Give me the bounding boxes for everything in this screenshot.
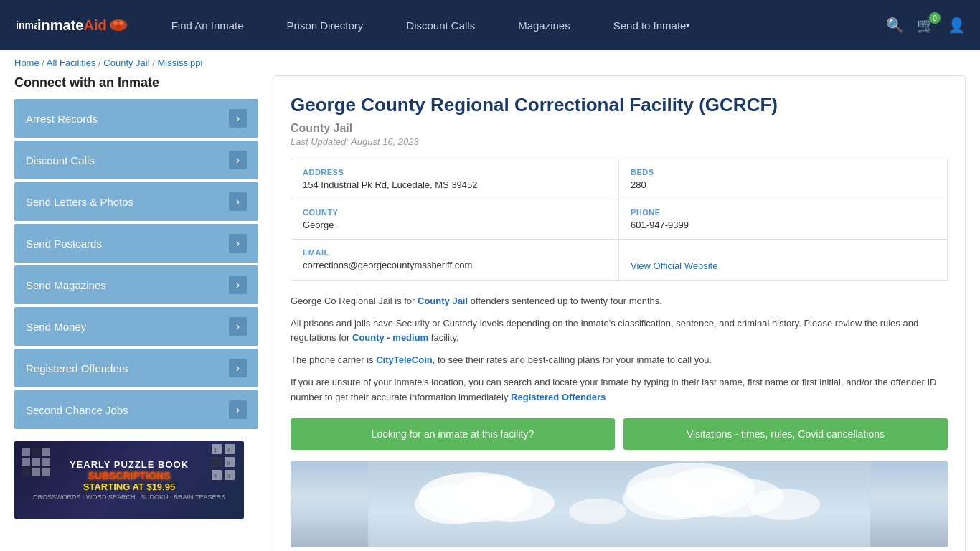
email-label: EMAIL (303, 248, 607, 257)
facility-buttons: Looking for an inmate at this facility? … (291, 418, 948, 450)
sidebar-arrow: › (229, 400, 247, 419)
facility-updated: Last Updated: August 16, 2023 (291, 136, 948, 147)
sidebar: Connect with an Inmate Arrest Records › … (14, 75, 258, 551)
facility-photo (291, 461, 948, 547)
nav-prison-directory[interactable]: Prison Directory (265, 0, 385, 50)
county-label: COUNTY (303, 208, 607, 217)
main-nav: Find An Inmate Prison Directory Discount… (150, 0, 879, 50)
facility-photo-svg (291, 461, 948, 547)
cart-icon-wrap[interactable]: 🛒 0 (917, 17, 935, 34)
breadcrumb-mississippi[interactable]: Mississippi (157, 57, 202, 68)
user-icon[interactable]: 👤 (948, 17, 966, 34)
sidebar-arrow: › (229, 234, 247, 253)
registered-offenders-link[interactable]: Registered Offenders (511, 392, 606, 402)
visitations-button[interactable]: Visitations - times, rules, Covid cancel… (623, 418, 948, 450)
address-value: 154 Industrial Pk Rd, Lucedale, MS 39452 (303, 179, 607, 190)
phone-value: 601-947-9399 (631, 220, 936, 230)
ad-title: YEARLY PUZZLE BOOK (33, 459, 225, 470)
svg-point-2 (113, 21, 118, 25)
header-icons: 🔍 🛒 0 👤 (886, 17, 966, 34)
sidebar-arrow: › (229, 109, 247, 128)
sidebar-item-send-postcards[interactable]: Send Postcards › (14, 224, 258, 263)
svg-point-35 (569, 499, 626, 524)
sidebar-title: Connect with an Inmate (14, 75, 258, 90)
county-value: George (303, 220, 607, 230)
sidebar-label: Send Letters & Photos (26, 196, 133, 208)
facility-title: George County Regional Correctional Faci… (291, 93, 948, 118)
address-label: ADDRESS (303, 168, 607, 176)
nav-magazines[interactable]: Magazines (496, 0, 592, 50)
svg-text:1: 1 (214, 447, 217, 453)
svg-text:4: 4 (227, 447, 230, 453)
phone-label: PHONE (631, 208, 936, 217)
svg-point-3 (119, 21, 123, 25)
svg-point-29 (454, 476, 526, 512)
sidebar-label: Arrest Records (26, 113, 98, 125)
beds-cell: BEDS 280 (619, 159, 947, 199)
svg-point-33 (666, 468, 745, 504)
logo-icon (108, 17, 128, 33)
description-3: The phone carrier is CityTeleCoin, to se… (291, 353, 948, 368)
breadcrumb-county-jail[interactable]: County Jail (103, 57, 149, 68)
sidebar-label: Send Money (26, 321, 86, 333)
sidebar-label: Send Magazines (26, 279, 106, 291)
view-official-website-link[interactable]: View Official Website (631, 260, 717, 271)
description-4: If you are unsure of your inmate's locat… (291, 375, 948, 405)
facility-content: George County Regional Correctional Faci… (273, 75, 966, 551)
county-jail-link[interactable]: County Jail (418, 296, 468, 306)
sidebar-item-second-chance-jobs[interactable]: Second Chance Jobs › (14, 390, 258, 429)
description-1: George Co Regional Jail is for County Ja… (291, 294, 948, 309)
website-spacer (631, 248, 936, 257)
beds-label: BEDS (631, 168, 936, 176)
sidebar-advertisement[interactable]: 1 4 9 5 3 YEARLY PUZZLE BOOK SUBSCRIPTIO… (14, 441, 244, 519)
sidebar-item-registered-offenders[interactable]: Registered Offenders › (14, 349, 258, 387)
ad-subtitle: SUBSCRIPTIONS (33, 470, 225, 481)
sidebar-item-send-magazines[interactable]: Send Magazines › (14, 265, 258, 304)
looking-for-inmate-button[interactable]: Looking for an inmate at this facility? (291, 418, 615, 450)
sidebar-label: Registered Offenders (26, 362, 128, 375)
sidebar-arrow: › (229, 276, 247, 294)
svg-rect-5 (22, 448, 30, 456)
svg-rect-7 (42, 448, 50, 456)
sidebar-item-discount-calls[interactable]: Discount Calls › (14, 141, 258, 179)
address-cell: ADDRESS 154 Industrial Pk Rd, Lucedale, … (291, 159, 619, 199)
breadcrumb-all-facilities[interactable]: All Facilities (47, 57, 96, 68)
ad-description: CROSSWORDS · WORD SEARCH · SUDOKU · BRAI… (33, 494, 225, 501)
site-header: inmate inmateAid Find An Inmate Prison D… (0, 0, 980, 50)
cart-badge: 0 (929, 12, 941, 24)
website-cell: View Official Website (619, 240, 947, 281)
nav-discount-calls[interactable]: Discount Calls (385, 0, 496, 50)
county-cell: COUNTY George (291, 199, 619, 240)
sidebar-item-send-money[interactable]: Send Money › (14, 307, 258, 346)
facility-info-grid: ADDRESS 154 Industrial Pk Rd, Lucedale, … (291, 159, 948, 281)
sidebar-label: Second Chance Jobs (26, 404, 128, 416)
sidebar-arrow: › (229, 359, 247, 377)
sidebar-item-arrest-records[interactable]: Arrest Records › (14, 99, 258, 138)
sidebar-label: Send Postcards (26, 237, 102, 250)
county-medium-link[interactable]: County - medium (352, 332, 428, 343)
svg-text:inmate: inmate (16, 19, 37, 31)
sidebar-arrow: › (229, 317, 247, 336)
phone-cell: PHONE 601-947-9399 (619, 199, 947, 240)
breadcrumb: Home / All Facilities / County Jail / Mi… (0, 50, 980, 75)
nav-find-inmate[interactable]: Find An Inmate (150, 0, 265, 50)
sidebar-arrow: › (229, 151, 247, 169)
email-value: corrections@georgecountymssheriff.com (303, 260, 607, 270)
search-icon[interactable]: 🔍 (886, 17, 904, 34)
logo[interactable]: inmate inmateAid (14, 17, 128, 34)
svg-point-4 (116, 25, 121, 31)
breadcrumb-home[interactable]: Home (14, 57, 39, 68)
email-cell: EMAIL corrections@georgecountymssheriff.… (291, 240, 619, 281)
svg-point-34 (748, 489, 820, 520)
ad-price: STARTING AT $19.95 (33, 481, 225, 492)
svg-rect-6 (32, 448, 40, 456)
description-2: All prisons and jails have Security or C… (291, 316, 948, 347)
beds-value: 280 (631, 179, 936, 190)
facility-type: County Jail (291, 122, 948, 135)
citytelecoin-link[interactable]: CityTeleCoin (376, 354, 433, 365)
sidebar-item-send-letters[interactable]: Send Letters & Photos › (14, 182, 258, 221)
main-layout: Connect with an Inmate Arrest Records › … (0, 75, 980, 551)
sidebar-label: Discount Calls (26, 154, 95, 166)
nav-send-to-inmate[interactable]: Send to Inmate (592, 0, 712, 50)
sidebar-arrow: › (229, 192, 247, 211)
